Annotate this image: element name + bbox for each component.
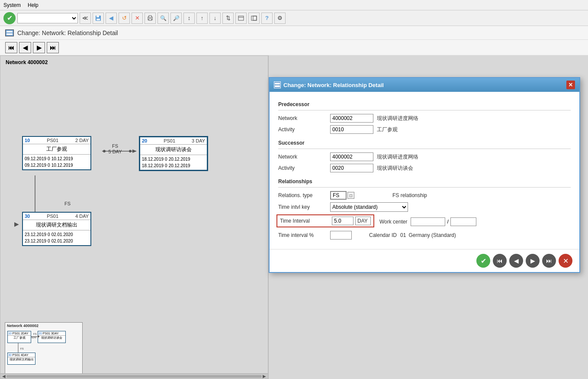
toolbar-settings[interactable]: ⚙ xyxy=(274,13,286,24)
node-20-ps: PS01 xyxy=(164,138,175,143)
successor-activity-text: 现状调研访谈会 xyxy=(377,165,413,172)
footer-first-button[interactable]: ⏮ xyxy=(493,254,507,268)
menu-item-help[interactable]: Help xyxy=(28,2,39,8)
predecessor-activity-row: Activity 工厂参观 xyxy=(278,125,571,134)
toolbar-window1[interactable] xyxy=(235,13,247,24)
node-10[interactable]: 10 PS01 2 DAY 工厂参观 09.12.2019010.12.2019… xyxy=(22,136,91,170)
predecessor-section-label: Predecessor xyxy=(278,101,571,107)
predecessor-activity-text: 工厂参观 xyxy=(377,126,398,133)
toolbar-check-button[interactable]: ✔ xyxy=(3,12,16,24)
footer-next-button[interactable]: ▶ xyxy=(526,254,540,268)
svg-text:FS: FS xyxy=(20,347,24,350)
toolbar-window2[interactable] xyxy=(248,13,260,24)
scroll-left[interactable]: ◀ xyxy=(2,374,6,379)
toolbar-select[interactable] xyxy=(17,13,78,23)
time-interval-pct-row: Time interval % Calendar ID 01 Germany (… xyxy=(278,231,571,240)
toolbar-help[interactable]: ? xyxy=(261,13,273,24)
menu-item-system[interactable]: System xyxy=(3,2,21,8)
work-center-input[interactable] xyxy=(411,217,445,226)
dialog-body: Predecessor Network 现状调研进度网络 Activity 工厂… xyxy=(270,92,579,249)
successor-section-label: Successor xyxy=(278,140,571,146)
node-20-day: 3 DAY xyxy=(192,138,205,143)
relationships-section-label: Relationships xyxy=(278,178,571,185)
node-20-dates: 18.12.2019020.12.2019 18.12.2019020.12.2… xyxy=(140,155,207,170)
node-30-num: 30 xyxy=(25,214,30,219)
toolbar-nav1[interactable]: ↕ xyxy=(183,13,195,24)
toolbar-nav4[interactable]: ⇅ xyxy=(222,13,234,24)
horizontal-scrollbar[interactable]: ◀ ▶ xyxy=(0,373,268,379)
relations-type-text: FS relationship xyxy=(392,192,427,198)
toolbar-nav3[interactable]: ↓ xyxy=(209,13,221,24)
network-area: Network 4000002 FS 5 DAY FS 10 PS01 xyxy=(0,55,268,379)
predecessor-network-input[interactable] xyxy=(330,114,373,123)
svg-rect-6 xyxy=(238,16,244,20)
successor-divider xyxy=(278,149,571,149)
toolbar-back-all[interactable]: ≪ xyxy=(80,13,91,24)
time-interval-label: Time Interval xyxy=(280,218,332,224)
relations-type-input[interactable] xyxy=(330,191,347,200)
time-intvl-key-label: Time intvl key xyxy=(278,204,330,210)
successor-activity-label: Activity xyxy=(278,165,330,171)
time-interval-pct-label: Time interval % xyxy=(278,232,330,238)
toolbar-back[interactable]: ◀ xyxy=(106,13,117,24)
relations-type-copy[interactable]: □ xyxy=(347,192,354,199)
time-intvl-key-select[interactable]: Absolute (standard) xyxy=(330,202,408,212)
nav-bar: ⏮ ◀ ▶ ⏭ xyxy=(0,40,588,55)
dialog-footer: ✔ ⏮ ◀ ▶ ⏭ ✕ xyxy=(270,249,579,272)
title-bar: Change: Network: Relationship Detail xyxy=(0,26,588,40)
node-20-header: 20 PS01 3 DAY xyxy=(140,137,207,145)
toolbar-nav2[interactable]: ↑ xyxy=(196,13,208,24)
successor-activity-row: Activity 现状调研访谈会 xyxy=(278,164,571,172)
time-interval-pct-input[interactable] xyxy=(330,231,352,240)
predecessor-activity-input[interactable] xyxy=(330,125,373,134)
nav-last[interactable]: ⏭ xyxy=(47,42,59,53)
svg-text:FS: FS xyxy=(112,143,118,149)
node-30-ps: PS01 xyxy=(47,214,58,219)
dialog-title-icon xyxy=(274,81,281,88)
nav-first[interactable]: ⏮ xyxy=(5,42,17,53)
svg-rect-2 xyxy=(96,19,100,20)
toolbar-save[interactable] xyxy=(93,13,104,24)
scroll-right[interactable]: ▶ xyxy=(263,374,266,379)
successor-network-input[interactable] xyxy=(330,152,373,161)
dialog-close-button[interactable]: × xyxy=(566,81,575,89)
toolbar-find[interactable]: 🔍 xyxy=(157,13,169,24)
footer-prev-button[interactable]: ◀ xyxy=(509,254,523,268)
svg-rect-1 xyxy=(96,16,99,17)
node-30-header: 30 PS01 4 DAY xyxy=(23,213,90,220)
svg-marker-16 xyxy=(132,149,137,153)
svg-rect-12 xyxy=(6,33,13,35)
calendar-id-label: Calendar ID xyxy=(369,232,397,238)
time-interval-unit: DAY xyxy=(355,217,371,225)
svg-marker-24 xyxy=(38,335,40,338)
nav-prev[interactable]: ◀ xyxy=(19,42,31,53)
work-center-label: Work center xyxy=(379,219,407,225)
toolbar-find2[interactable]: 🔎 xyxy=(170,13,182,24)
minimap[interactable]: Network 4000002 10PS012DAY 工厂参观 20PS013D… xyxy=(5,322,83,374)
calendar-id-text: Germany (Standard) xyxy=(408,232,456,238)
node-30-day: 4 DAY xyxy=(75,214,89,219)
toolbar-print[interactable] xyxy=(145,13,156,24)
svg-rect-4 xyxy=(149,16,151,17)
footer-cancel-button[interactable]: ✕ xyxy=(559,254,572,268)
node-30[interactable]: 30 PS01 4 DAY 现状调研文档输出 23.12.2019002.01.… xyxy=(22,212,91,246)
node-10-ps: PS01 xyxy=(47,138,58,143)
svg-rect-11 xyxy=(6,31,13,32)
time-interval-row: Time Interval DAY xyxy=(276,214,374,227)
svg-text:FS: FS xyxy=(64,201,71,206)
toolbar-refresh[interactable]: ↺ xyxy=(119,13,130,24)
successor-network-row: Network 现状调研进度网络 xyxy=(278,152,571,161)
relations-type-label: Relations. type xyxy=(278,192,330,198)
successor-activity-input[interactable] xyxy=(330,164,373,172)
node-30-dates: 23.12.2019002.01.2020 23.12.2019002.01.2… xyxy=(23,230,90,245)
nav-next[interactable]: ▶ xyxy=(33,42,45,53)
work-center-input2[interactable] xyxy=(450,217,476,226)
menu-bar: System Help xyxy=(0,0,588,10)
footer-confirm-button[interactable]: ✔ xyxy=(476,254,490,268)
node-20[interactable]: 20 PS01 3 DAY 现状调研访谈会 18.12.2019020.12.2… xyxy=(139,136,208,171)
toolbar-stop[interactable]: ✕ xyxy=(132,13,143,24)
node-20-num: 20 xyxy=(142,138,147,143)
footer-last-button[interactable]: ⏭ xyxy=(542,254,556,268)
relationship-dialog[interactable]: Change: Network: Relationship Detail × P… xyxy=(269,77,580,273)
time-interval-input[interactable] xyxy=(332,217,353,225)
